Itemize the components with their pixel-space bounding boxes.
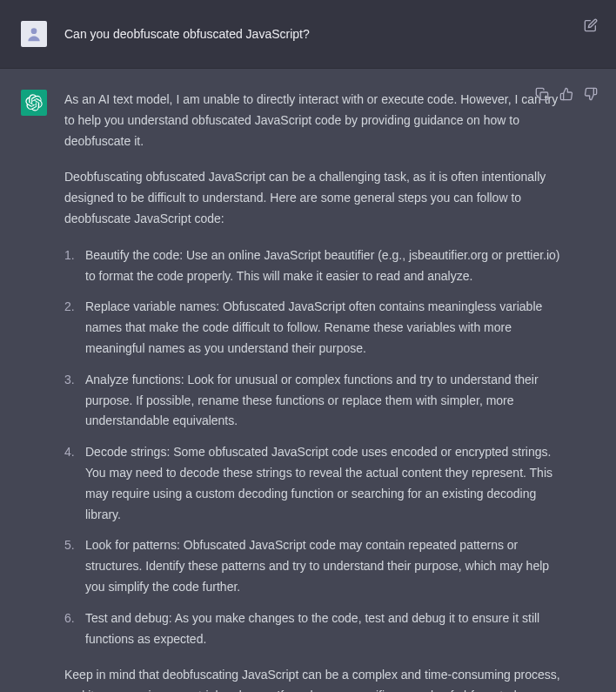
edit-icon[interactable] — [583, 17, 599, 33]
assistant-step: Decode strings: Some obfuscated JavaScri… — [64, 442, 564, 525]
assistant-message-actions — [534, 86, 599, 102]
assistant-step: Replace variable names: Obfuscated JavaS… — [64, 297, 564, 359]
assistant-intro: As an AI text model, I am unable to dire… — [64, 90, 564, 151]
user-message-actions — [583, 17, 599, 33]
thumbs-up-icon[interactable] — [559, 86, 574, 102]
assistant-step: Look for patterns: Obfuscated JavaScript… — [64, 535, 564, 597]
assistant-avatar — [21, 90, 47, 116]
user-avatar — [21, 21, 47, 47]
assistant-steps-list: Beautify the code: Use an online JavaScr… — [64, 245, 564, 650]
assistant-outro: Keep in mind that deobfuscating JavaScri… — [64, 665, 564, 692]
user-message-text: Can you deobfuscate obfuscated JavaScrip… — [64, 21, 599, 47]
assistant-step: Beautify the code: Use an online JavaScr… — [64, 245, 564, 287]
assistant-message-row: As an AI text model, I am unable to dire… — [0, 69, 616, 692]
thumbs-down-icon[interactable] — [583, 86, 599, 102]
assistant-para2: Deobfuscating obfuscated JavaScript can … — [64, 167, 564, 229]
assistant-step: Analyze functions: Look for unusual or c… — [64, 370, 564, 432]
assistant-step: Test and debug: As you make changes to t… — [64, 608, 564, 650]
user-message-row: Can you deobfuscate obfuscated JavaScrip… — [0, 0, 616, 69]
copy-icon[interactable] — [534, 86, 550, 102]
svg-rect-1 — [540, 92, 548, 100]
svg-point-0 — [31, 28, 37, 34]
assistant-message-text: As an AI text model, I am unable to dire… — [64, 90, 599, 692]
